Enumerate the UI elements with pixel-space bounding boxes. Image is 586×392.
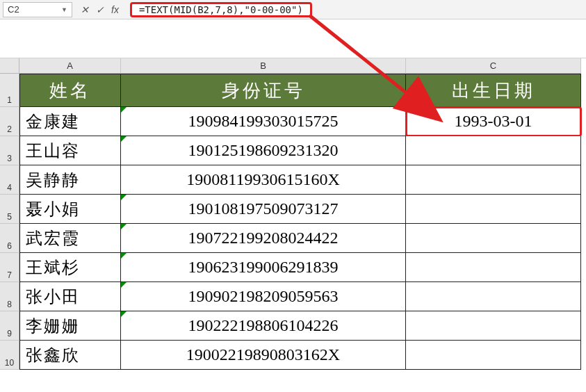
cell-name[interactable]: 聂小娟 (19, 195, 121, 224)
cell-birth[interactable] (406, 341, 581, 370)
row-header[interactable]: 8 (0, 282, 19, 311)
cell-id[interactable]: 19008119930615160X (121, 165, 406, 195)
cell-name[interactable]: 李姗姗 (19, 311, 121, 341)
cell-name[interactable]: 王斌杉 (19, 253, 121, 282)
column-header-row: A B C (0, 58, 586, 74)
row-header[interactable]: 4 (0, 165, 19, 195)
chevron-down-icon: ▼ (61, 6, 67, 13)
cell-id[interactable]: 19002219890803162X (121, 341, 406, 370)
confirm-icon[interactable]: ✓ (96, 4, 104, 15)
table-row: 9 李姗姗 190222198806104226 (0, 311, 586, 341)
select-all-corner[interactable] (0, 58, 19, 74)
cell-id[interactable]: 190902198209059563 (121, 282, 406, 311)
cell-id[interactable]: 190623199006291839 (121, 253, 406, 282)
cell-id[interactable]: 190984199303015725 (121, 107, 406, 136)
header-name[interactable]: 姓名 (19, 74, 121, 107)
fx-icon[interactable]: fx (111, 4, 122, 15)
cell-id[interactable]: 190222198806104226 (121, 311, 406, 341)
name-box-value: C2 (8, 4, 19, 15)
table-row: 5 聂小娟 190108197509073127 (0, 195, 586, 224)
cell-birth[interactable] (406, 282, 581, 311)
cell-id[interactable]: 190125198609231320 (121, 136, 406, 165)
cell-id[interactable]: 190108197509073127 (121, 195, 406, 224)
cell-name[interactable]: 吴静静 (19, 165, 121, 195)
row-header[interactable]: 7 (0, 253, 19, 282)
spreadsheet-grid: A B C 1 姓名 身份证号 出生日期 2 金康建 1909841993030… (0, 58, 586, 370)
table-row: 2 金康建 190984199303015725 1993-03-01 (0, 107, 586, 136)
cell-birth-active[interactable]: 1993-03-01 (406, 107, 581, 136)
header-birth[interactable]: 出生日期 (406, 74, 581, 107)
cell-name[interactable]: 王山容 (19, 136, 121, 165)
header-id[interactable]: 身份证号 (121, 74, 406, 107)
cell-name[interactable]: 金康建 (19, 107, 121, 136)
column-header-B[interactable]: B (121, 58, 406, 74)
column-header-A[interactable]: A (19, 58, 121, 74)
table-row: 4 吴静静 19008119930615160X (0, 165, 586, 195)
table-row: 1 姓名 身份证号 出生日期 (0, 74, 586, 107)
name-box[interactable]: C2 ▼ (3, 2, 72, 17)
cell-birth[interactable] (406, 311, 581, 341)
cell-birth[interactable] (406, 136, 581, 165)
formula-text: =TEXT(MID(B2,7,8),"0-00-00") (139, 4, 303, 15)
row-header[interactable]: 2 (0, 107, 19, 136)
row-header[interactable]: 6 (0, 224, 19, 253)
row-header[interactable]: 10 (0, 341, 19, 370)
column-header-C[interactable]: C (406, 58, 581, 74)
table-row: 8 张小田 190902198209059563 (0, 282, 586, 311)
cell-name[interactable]: 张小田 (19, 282, 121, 311)
cell-id[interactable]: 190722199208024422 (121, 224, 406, 253)
cell-birth[interactable] (406, 253, 581, 282)
cell-birth[interactable] (406, 195, 581, 224)
formula-bar-expand-area (0, 19, 586, 58)
table-row: 3 王山容 190125198609231320 (0, 136, 586, 165)
cell-name[interactable]: 武宏霞 (19, 224, 121, 253)
cancel-icon[interactable]: ✕ (81, 4, 89, 15)
formula-bar: C2 ▼ ✕ ✓ fx =TEXT(MID(B2,7,8),"0-00-00") (0, 0, 586, 19)
row-header[interactable]: 5 (0, 195, 19, 224)
table-row: 6 武宏霞 190722199208024422 (0, 224, 586, 253)
row-header[interactable]: 3 (0, 136, 19, 165)
formula-input[interactable]: =TEXT(MID(B2,7,8),"0-00-00") (130, 2, 312, 17)
cell-name[interactable]: 张鑫欣 (19, 341, 121, 370)
table-row: 7 王斌杉 190623199006291839 (0, 253, 586, 282)
cell-birth[interactable] (406, 165, 581, 195)
row-header[interactable]: 9 (0, 311, 19, 341)
cell-birth[interactable] (406, 224, 581, 253)
table-row: 10 张鑫欣 19002219890803162X (0, 341, 586, 370)
row-header[interactable]: 1 (0, 74, 19, 107)
formula-bar-buttons: ✕ ✓ fx (76, 4, 126, 15)
